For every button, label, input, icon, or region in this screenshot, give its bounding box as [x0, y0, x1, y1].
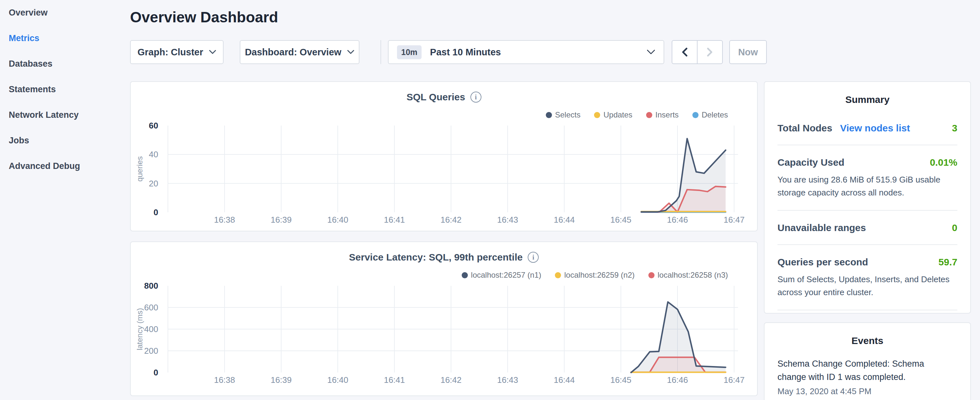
summary-subtext: You are using 28.6 MiB of 515.9 GiB usab…	[778, 173, 957, 199]
svg-text:16:42: 16:42	[440, 215, 461, 225]
svg-text:16:41: 16:41	[384, 375, 405, 385]
legend-dot	[546, 112, 552, 118]
legend-label: Inserts	[655, 110, 679, 120]
sql-queries-card: SQL Queries i Selects Updates	[130, 81, 758, 231]
legend-dot	[594, 112, 600, 118]
svg-text:16:46: 16:46	[667, 375, 688, 385]
svg-text:20: 20	[149, 178, 158, 188]
chevron-right-icon	[707, 48, 713, 57]
sidebar-item-overview[interactable]: Overview	[0, 0, 130, 25]
svg-text:latency (ms): latency (ms)	[135, 308, 144, 351]
summary-row-queries-per-second: Queries per second 59.7	[778, 257, 957, 268]
view-nodes-list-link[interactable]: View nodes list	[840, 123, 910, 134]
svg-text:16:47: 16:47	[724, 215, 745, 225]
legend-label: localhost:26257 (n1)	[471, 271, 541, 280]
graph-dropdown[interactable]: Graph: Cluster	[130, 40, 224, 64]
svg-text:200: 200	[144, 346, 158, 356]
svg-text:16:42: 16:42	[440, 375, 461, 385]
summary-label: Total Nodes	[778, 123, 832, 134]
legend-item: localhost:26259 (n2)	[555, 271, 635, 280]
dashboard-content: SQL Queries i Selects Updates	[130, 81, 980, 400]
svg-text:16:40: 16:40	[327, 375, 348, 385]
svg-text:16:38: 16:38	[214, 375, 235, 385]
summary-card: Summary Total Nodes View nodes list 3 Ca…	[764, 81, 971, 314]
info-icon[interactable]: i	[471, 92, 481, 103]
summary-label: Unavailable ranges	[778, 222, 866, 233]
events-title: Events	[765, 323, 970, 346]
svg-text:16:46: 16:46	[667, 215, 688, 225]
sidebar-item-jobs[interactable]: Jobs	[0, 128, 130, 153]
legend-label: Deletes	[702, 110, 728, 120]
svg-text:16:45: 16:45	[610, 215, 631, 225]
summary-value: 0.01%	[930, 157, 957, 168]
controls-divider	[380, 40, 381, 64]
controls-bar: Graph: Cluster Dashboard: Overview 10m P…	[130, 40, 980, 64]
page-title: Overview Dashboard	[130, 8, 980, 26]
summary-label: Capacity Used	[778, 157, 845, 168]
info-icon[interactable]: i	[528, 252, 539, 263]
now-button[interactable]: Now	[729, 40, 767, 64]
service-latency-chart[interactable]: 020040060080016:3816:3916:4016:4116:4216…	[131, 282, 757, 390]
summary-divider	[778, 210, 957, 211]
chevron-down-icon	[647, 49, 655, 55]
time-pager	[672, 40, 723, 64]
legend-label: localhost:26259 (n2)	[564, 271, 635, 280]
time-range-picker[interactable]: 10m Past 10 Minutes	[388, 40, 664, 64]
app-root: Overview Metrics Databases Statements Ne…	[0, 0, 980, 400]
svg-text:16:40: 16:40	[327, 215, 348, 225]
svg-text:0: 0	[154, 207, 158, 217]
time-forward-button[interactable]	[697, 41, 722, 64]
summary-label: Queries per second	[778, 257, 868, 268]
charts-column: SQL Queries i Selects Updates	[130, 81, 758, 400]
svg-text:16:38: 16:38	[214, 215, 235, 225]
legend-dot	[648, 272, 654, 278]
chevron-down-icon	[347, 50, 354, 54]
svg-text:16:41: 16:41	[384, 215, 405, 225]
sidebar-item-network-latency[interactable]: Network Latency	[0, 102, 130, 128]
dashboard-dropdown-label: Dashboard: Overview	[245, 47, 341, 57]
chevron-down-icon	[209, 50, 216, 54]
sidebar-item-advanced-debug[interactable]: Advanced Debug	[0, 153, 130, 179]
event-message: Schema Change Completed: Schema change w…	[778, 357, 940, 384]
side-column: Summary Total Nodes View nodes list 3 Ca…	[764, 81, 971, 400]
legend-item: Selects	[546, 110, 581, 120]
chart-title: Service Latency: SQL, 99th percentile	[349, 252, 523, 263]
sidebar-item-metrics[interactable]: Metrics	[0, 25, 130, 51]
svg-text:400: 400	[144, 324, 158, 334]
chart-title: SQL Queries	[406, 92, 465, 103]
summary-row-total-nodes: Total Nodes View nodes list 3	[778, 123, 957, 134]
sidebar: Overview Metrics Databases Statements Ne…	[0, 0, 130, 400]
legend-dot	[555, 272, 561, 278]
summary-value: 3	[952, 123, 957, 134]
time-window-badge: 10m	[397, 45, 422, 59]
sidebar-item-statements[interactable]: Statements	[0, 77, 130, 102]
chart-legend: localhost:26257 (n1) localhost:26259 (n2…	[462, 271, 728, 280]
legend-label: Updates	[603, 110, 632, 120]
summary-value: 0	[952, 222, 957, 233]
events-card: Events Schema Change Completed: Schema c…	[764, 322, 971, 400]
summary-divider	[778, 244, 957, 245]
chevron-left-icon	[682, 48, 687, 57]
svg-text:60: 60	[149, 122, 158, 131]
time-back-button[interactable]	[672, 41, 697, 64]
legend-dot	[646, 112, 652, 118]
legend-label: localhost:26258 (n3)	[658, 271, 728, 280]
svg-text:16:39: 16:39	[270, 375, 291, 385]
dashboard-dropdown[interactable]: Dashboard: Overview	[240, 40, 360, 64]
service-latency-card: Service Latency: SQL, 99th percentile i …	[130, 241, 758, 396]
svg-text:40: 40	[149, 150, 158, 159]
legend-dot	[692, 112, 698, 118]
main-content: Overview Dashboard Graph: Cluster Dashbo…	[130, 0, 980, 400]
svg-text:16:43: 16:43	[497, 215, 518, 225]
sql-queries-chart[interactable]: 020406016:3816:3916:4016:4116:4216:4316:…	[131, 122, 757, 230]
chart-legend: Selects Updates Inserts Deletes	[546, 110, 728, 120]
legend-item: Deletes	[692, 110, 728, 120]
svg-text:16:45: 16:45	[610, 375, 631, 385]
svg-text:16:47: 16:47	[724, 375, 745, 385]
svg-text:16:44: 16:44	[554, 375, 574, 385]
svg-text:queries: queries	[135, 156, 144, 182]
sidebar-item-databases[interactable]: Databases	[0, 51, 130, 77]
summary-row-unavailable-ranges: Unavailable ranges 0	[778, 222, 957, 233]
legend-item: Inserts	[646, 110, 679, 120]
summary-divider	[778, 145, 957, 145]
